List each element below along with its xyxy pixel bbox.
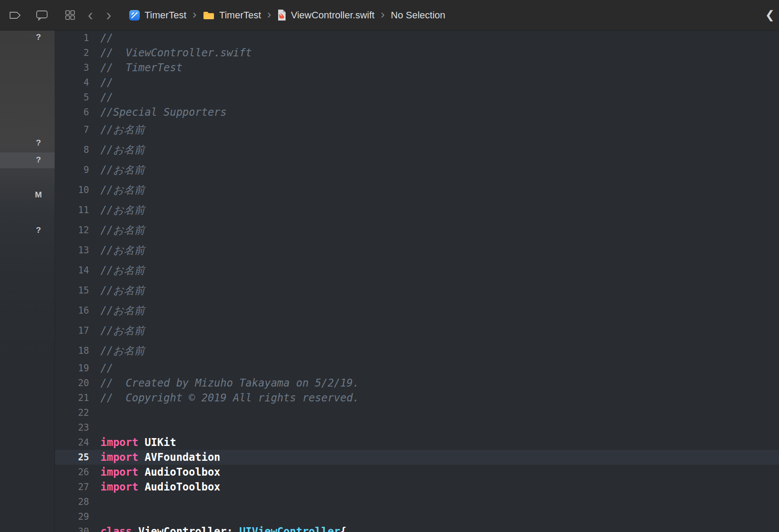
line-number[interactable]: 17 [55, 325, 89, 336]
tag-icon[interactable] [9, 10, 22, 21]
code-line[interactable]: 24import UIKit [55, 435, 779, 450]
line-number[interactable]: 21 [55, 393, 89, 403]
code-line[interactable]: 19// [55, 361, 779, 376]
source-control-badge: M [31, 190, 46, 200]
line-number[interactable]: 18 [55, 345, 89, 356]
code-text: //お名前 [100, 163, 145, 177]
code-line[interactable]: 5// [55, 90, 779, 105]
code-line[interactable]: 9//お名前 [55, 160, 779, 180]
line-number[interactable]: 27 [55, 482, 89, 492]
code-text: //お名前 [100, 143, 145, 157]
line-number[interactable]: 10 [55, 185, 89, 195]
breadcrumb-selection-label: No Selection [391, 10, 445, 21]
code-text: import AVFoundation [100, 451, 221, 463]
code-text: //お名前 [100, 263, 145, 277]
code-line[interactable]: 28 [55, 494, 779, 509]
code-line[interactable]: 18//お名前 [55, 341, 779, 361]
strip-selected-row [0, 152, 55, 168]
code-text: //お名前 [100, 283, 145, 297]
code-text: //お名前 [100, 203, 145, 217]
line-number[interactable]: 15 [55, 285, 89, 296]
source-control-badge: ? [31, 225, 46, 235]
code-line[interactable]: 16//お名前 [55, 301, 779, 321]
line-number[interactable]: 7 [55, 124, 89, 135]
code-line[interactable]: 30class ViewController: UIViewController… [55, 524, 779, 532]
line-number[interactable]: 20 [55, 378, 89, 388]
code-line[interactable]: 6//Special Supporters [55, 105, 779, 120]
code-line[interactable]: 4// [55, 75, 779, 90]
line-number[interactable]: 9 [55, 165, 89, 175]
line-number[interactable]: 6 [55, 107, 89, 117]
source-control-badge: ? [31, 32, 46, 42]
breadcrumb: TimerTest › TimerTest › ViewController. [129, 9, 445, 21]
chevron-separator-icon: › [191, 8, 198, 21]
code-line[interactable]: 12//お名前 [55, 220, 779, 240]
code-line[interactable]: 1// [55, 31, 779, 45]
code-text: class ViewController: UIViewController{ [100, 525, 347, 532]
code-line[interactable]: 29 [55, 509, 779, 524]
code-line[interactable]: 21// Copyright © 2019 All rights reserve… [55, 390, 779, 405]
chevron-separator-icon: › [265, 8, 273, 21]
breadcrumb-file-label: ViewController.swift [291, 10, 375, 21]
code-text: // [100, 76, 113, 89]
line-number[interactable]: 11 [55, 205, 89, 215]
code-line[interactable]: 13//お名前 [55, 240, 779, 260]
code-line[interactable]: 15//お名前 [55, 280, 779, 301]
comments-icon[interactable] [36, 10, 48, 21]
line-number[interactable]: 30 [55, 526, 89, 532]
code-line[interactable]: 20// Created by Mizuho Takayama on 5/2/1… [55, 376, 779, 390]
code-text: //お名前 [100, 324, 145, 338]
line-number[interactable]: 12 [55, 225, 89, 235]
breadcrumb-file[interactable]: ViewController.swift [277, 9, 375, 21]
code-text: //Special Supporters [100, 106, 227, 118]
line-number[interactable]: 23 [55, 422, 89, 433]
line-number[interactable]: 19 [55, 363, 89, 373]
line-number[interactable]: 22 [55, 408, 89, 418]
code-line[interactable]: 8//お名前 [55, 140, 779, 160]
breadcrumb-selection[interactable]: No Selection [391, 10, 445, 21]
line-number[interactable]: 26 [55, 467, 89, 477]
related-items-icon[interactable] [65, 10, 76, 21]
code-line[interactable]: 7//お名前 [55, 120, 779, 140]
code-line[interactable]: 3// TimerTest [55, 60, 779, 75]
chevron-left-icon[interactable]: ❮ [765, 8, 775, 22]
line-number[interactable]: 5 [55, 92, 89, 103]
code-line[interactable]: 14//お名前 [55, 260, 779, 280]
code-line[interactable]: 10//お名前 [55, 180, 779, 200]
code-lines: 1//2// ViewController.swift3// TimerTest… [55, 31, 779, 532]
chevron-separator-icon: › [379, 8, 386, 21]
code-line[interactable]: 26import AudioToolbox [55, 465, 779, 480]
line-number[interactable]: 25 [55, 452, 89, 463]
line-number[interactable]: 2 [55, 48, 89, 58]
source-control-strip: ???M? [0, 31, 55, 532]
code-text: import UIKit [100, 436, 176, 449]
line-number[interactable]: 4 [55, 77, 89, 88]
line-number[interactable]: 29 [55, 511, 89, 522]
breadcrumb-project[interactable]: TimerTest [129, 10, 186, 21]
code-editor[interactable]: 1//2// ViewController.swift3// TimerTest… [55, 31, 779, 532]
code-line[interactable]: 11//お名前 [55, 200, 779, 220]
toolbar-nav-group: ‹ › [65, 7, 112, 23]
line-number[interactable]: 28 [55, 497, 89, 507]
code-line[interactable]: 25import AVFoundation [55, 450, 779, 465]
code-line[interactable]: 22 [55, 405, 779, 420]
line-number[interactable]: 16 [55, 305, 89, 316]
back-button[interactable]: ‹ [87, 7, 94, 23]
code-text: // TimerTest [100, 62, 183, 74]
code-line[interactable]: 17//お名前 [55, 321, 779, 341]
code-text: //お名前 [100, 123, 145, 137]
code-line[interactable]: 23 [55, 420, 779, 435]
forward-button[interactable]: › [105, 7, 112, 23]
line-number[interactable]: 14 [55, 265, 89, 276]
line-number[interactable]: 8 [55, 145, 89, 155]
code-line[interactable]: 27import AudioToolbox [55, 480, 779, 494]
editor-toolbar: ‹ › TimerTest › [0, 0, 779, 31]
breadcrumb-group[interactable]: TimerTest [203, 10, 261, 21]
code-line[interactable]: 2// ViewController.swift [55, 45, 779, 60]
line-number[interactable]: 3 [55, 62, 89, 73]
breadcrumb-group-label: TimerTest [219, 10, 261, 21]
line-number[interactable]: 24 [55, 437, 89, 448]
line-number[interactable]: 1 [55, 33, 89, 43]
code-text: // Created by Mizuho Takayama on 5/2/19. [100, 377, 359, 389]
line-number[interactable]: 13 [55, 245, 89, 256]
